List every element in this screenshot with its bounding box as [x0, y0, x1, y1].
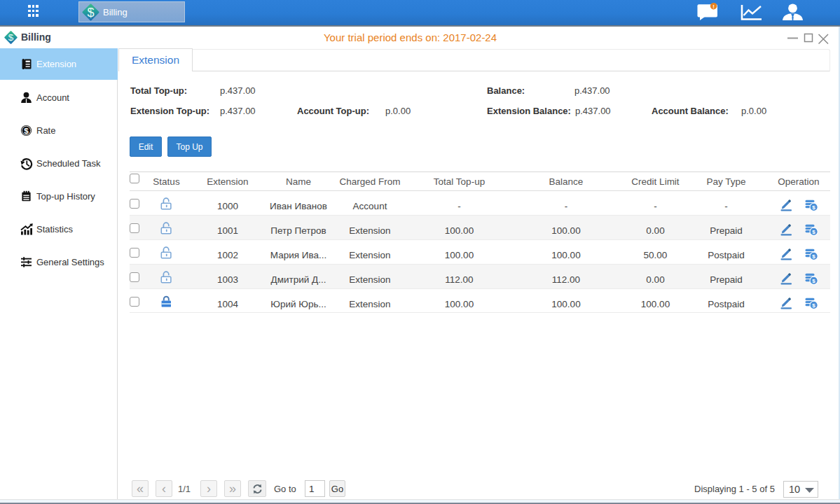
svg-text:$: $ — [812, 302, 815, 309]
svg-text:$: $ — [812, 204, 815, 211]
svg-text:$: $ — [24, 127, 29, 135]
svg-text:$: $ — [812, 229, 815, 235]
svg-text:!: ! — [712, 4, 715, 10]
svg-text:$: $ — [812, 278, 815, 284]
svg-text:$: $ — [87, 6, 94, 20]
svg-text:$: $ — [812, 253, 815, 260]
